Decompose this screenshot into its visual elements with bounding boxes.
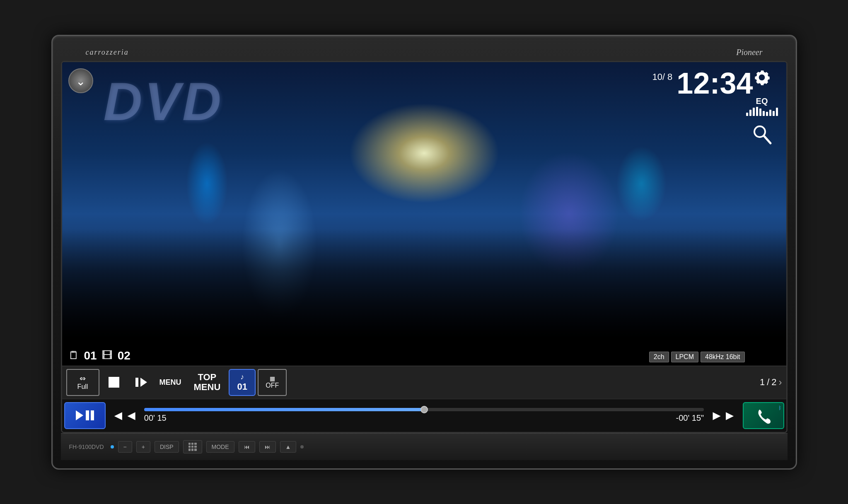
time-display: 12:34 [676, 68, 753, 98]
main-screen: DVD 10/ 8 12:34 EQ [61, 61, 788, 433]
disp-button[interactable]: DISP [155, 441, 179, 453]
clock-area: 10/ 8 12:34 [652, 68, 753, 98]
video-area[interactable]: DVD 10/ 8 12:34 EQ [62, 62, 786, 366]
play-pause-icon [135, 378, 147, 387]
search-button[interactable] [751, 123, 773, 146]
badge-2ch: 2ch [649, 352, 669, 362]
track-number-button[interactable]: ♪ 01 [229, 369, 256, 396]
head-unit: carrozzeria Pioneer DVD 10/ 8 12:34 [51, 35, 797, 470]
controls-bottom-row: ◄◄ 00' 15 -00' 15" ►► [62, 399, 786, 432]
stop-icon [109, 377, 119, 388]
svg-line-1 [764, 136, 771, 143]
badge-lpcm: LPCM [671, 352, 698, 362]
rewind-button[interactable]: ◄◄ [108, 406, 142, 425]
control-bar: ⇔ Full MENU [62, 366, 786, 432]
mode-button[interactable]: MODE [206, 441, 234, 453]
eq-bar-9 [773, 111, 775, 116]
top-menu-line2: MENU [194, 382, 221, 392]
disc-number: 01 [84, 349, 97, 362]
progress-fill [144, 408, 424, 411]
off-label: OFF [266, 382, 279, 389]
menu-button[interactable]: MENU [155, 369, 186, 396]
skip-forward-button[interactable]: ⏭ [259, 441, 276, 453]
rewind-icon: ◄◄ [112, 408, 138, 423]
play-pause-main-button[interactable] [64, 402, 106, 429]
crowd-silhouette [62, 229, 786, 366]
eq-bar-6 [763, 111, 765, 116]
audio-badges: 2ch LPCM 48kHz 16bit [649, 352, 745, 362]
progress-bar-container[interactable]: 00' 15 -00' 15" [144, 408, 704, 423]
pause-bar-left [135, 378, 138, 387]
indicator-led [300, 445, 304, 449]
volume-up-button[interactable]: + [136, 441, 150, 453]
eq-bar-1 [746, 113, 748, 116]
back-button[interactable] [68, 68, 93, 93]
eq-bars [746, 107, 778, 116]
full-icon: ⇔ [80, 374, 86, 383]
top-menu-line1: TOP [198, 372, 216, 382]
progress-track[interactable] [144, 408, 704, 411]
chapter-number: 02 [118, 349, 130, 362]
fast-forward-icon: ►► [710, 408, 736, 423]
subtitle-button[interactable]: ▦ OFF [258, 369, 287, 396]
eq-bar-8 [769, 110, 771, 116]
eq-bar-3 [753, 108, 755, 116]
skip-back-button[interactable]: ⏮ [239, 441, 255, 453]
eq-bar-4 [756, 107, 758, 116]
eq-bar-10 [776, 108, 778, 116]
eq-label: EQ [756, 96, 768, 106]
grid-button[interactable] [183, 440, 202, 453]
page-current: 1 [760, 377, 765, 388]
grid-icon [188, 443, 197, 451]
page-separator: / [767, 377, 769, 388]
volume-down-button[interactable]: − [118, 441, 132, 453]
eq-bar-5 [759, 109, 761, 116]
page-next-arrow[interactable]: › [779, 376, 782, 388]
time-elapsed: 00' 15 [144, 413, 167, 423]
play-icon [76, 410, 83, 420]
eject-button[interactable]: ▲ [280, 441, 297, 453]
right-icons-panel: EQ [746, 66, 778, 146]
track-info: 🗒 01 🎞 02 [68, 349, 130, 362]
eq-bar-2 [749, 110, 751, 116]
stop-button[interactable] [101, 369, 126, 396]
eq-bar-7 [766, 112, 768, 116]
settings-button[interactable] [751, 66, 773, 89]
physical-button-bar: FH-9100DVD − + DISP MODE ⏮ ⏭ ▲ [61, 433, 788, 460]
progress-thumb[interactable] [420, 406, 428, 413]
fast-forward-button[interactable]: ►► [706, 406, 740, 425]
controls-top-row: ⇔ Full MENU [62, 366, 786, 399]
brand-bar: carrozzeria Pioneer [61, 44, 788, 61]
model-label: FH-9100DVD [69, 444, 106, 450]
dvd-watermark: DVD [104, 70, 223, 133]
track-number-value: 01 [237, 381, 247, 392]
page-total: 2 [771, 377, 776, 388]
phone-icon [755, 407, 772, 424]
phone-button[interactable]: ᛒ [743, 402, 784, 429]
date-display: 10/ 8 [652, 72, 672, 82]
disc-icon: 🗒 [68, 349, 79, 362]
page-indicator: 1 / 2 › [760, 376, 782, 388]
badge-bitrate: 48kHz 16bit [701, 352, 745, 362]
play-triangle [140, 378, 147, 387]
chapter-icon: 🎞 [102, 349, 113, 362]
full-label: Full [77, 383, 88, 391]
menu-label: MENU [159, 378, 181, 387]
time-remaining: -00' 15" [676, 413, 704, 423]
brand-pioneer: Pioneer [736, 48, 762, 57]
progress-times: 00' 15 -00' 15" [144, 413, 704, 423]
subtitle-icon: ▦ [270, 375, 275, 382]
music-note-icon: ♪ [240, 373, 244, 381]
eq-button[interactable]: EQ [746, 96, 778, 116]
play-pause-button[interactable] [128, 369, 153, 396]
brand-carrozzeria: carrozzeria [86, 48, 129, 57]
power-led [111, 445, 114, 449]
bluetooth-badge: ᛒ [778, 405, 781, 411]
top-menu-button[interactable]: TOP MENU [188, 370, 227, 394]
full-button[interactable]: ⇔ Full [66, 369, 99, 396]
pause-icon [86, 410, 94, 420]
